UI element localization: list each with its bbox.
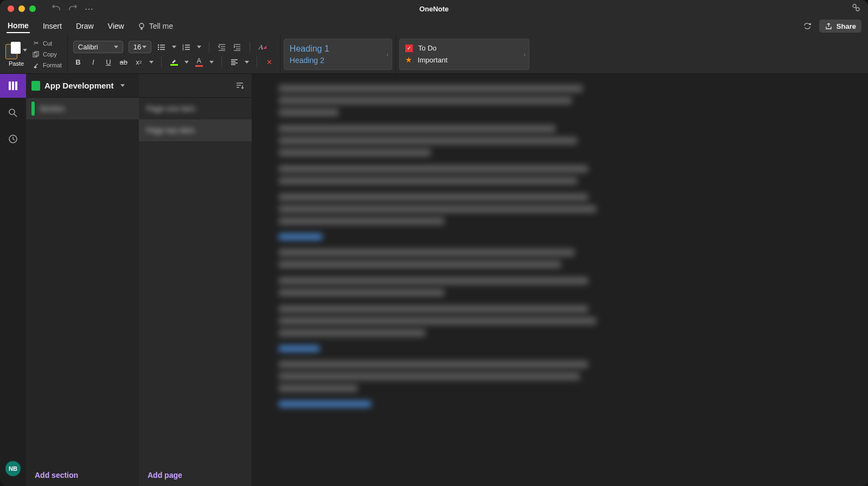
- share-button[interactable]: Share: [819, 20, 861, 33]
- svg-rect-14: [15, 81, 17, 90]
- font-size-select[interactable]: 16: [129, 41, 151, 53]
- link-text[interactable]: [279, 401, 371, 407]
- user-avatar[interactable]: NB: [5, 461, 21, 476]
- add-page-button[interactable]: Add page: [139, 464, 252, 486]
- titlebar: ⋯ OneNote: [0, 0, 868, 17]
- indent-button[interactable]: [232, 42, 242, 52]
- search-button[interactable]: [0, 102, 26, 124]
- close-window[interactable]: [8, 5, 14, 12]
- underline-button[interactable]: U: [104, 57, 113, 67]
- cut-button[interactable]: ✂ Cut: [31, 39, 62, 48]
- paste-button[interactable]: [5, 42, 27, 59]
- section-item[interactable]: Section: [26, 98, 139, 119]
- cut-label: Cut: [43, 40, 52, 47]
- redo-icon[interactable]: [68, 4, 77, 13]
- tag-important-label: Important: [418, 56, 448, 64]
- window-style-icon[interactable]: [852, 3, 860, 12]
- chevron-right-icon[interactable]: ›: [524, 51, 526, 57]
- font-color-button[interactable]: A: [194, 57, 204, 67]
- font-name-select[interactable]: Calibri: [73, 41, 123, 53]
- tags-gallery[interactable]: ✓ To Do ★ Important ›: [399, 39, 529, 70]
- sync-icon[interactable]: [803, 22, 812, 30]
- scissors-icon: ✂: [31, 39, 40, 48]
- strike-button[interactable]: ab: [119, 57, 129, 67]
- copy-button[interactable]: Copy: [31, 50, 62, 59]
- tab-draw[interactable]: Draw: [75, 20, 95, 33]
- section-label: Section: [39, 104, 65, 113]
- sort-button[interactable]: [233, 81, 246, 90]
- notebooks-button[interactable]: [0, 74, 26, 98]
- tab-home[interactable]: Home: [7, 19, 30, 33]
- clipboard-icon: [5, 42, 21, 59]
- checkbox-icon: ✓: [405, 45, 413, 52]
- clear-format-button[interactable]: A◢: [258, 42, 267, 52]
- svg-point-2: [139, 23, 144, 28]
- notebook-name: App Development: [44, 81, 114, 90]
- share-icon: [825, 22, 833, 30]
- numbered-list-button[interactable]: 123: [182, 42, 192, 52]
- share-label: Share: [837, 22, 856, 30]
- format-painter-button[interactable]: Format: [31, 61, 62, 70]
- svg-text:3: 3: [182, 48, 184, 51]
- star-icon: ★: [405, 55, 412, 64]
- svg-point-8: [158, 48, 159, 49]
- app-body: NB App Development Section Add section P…: [0, 74, 868, 486]
- add-section-button[interactable]: Add section: [26, 464, 139, 486]
- svg-point-15: [9, 109, 15, 115]
- notebook-icon: [31, 81, 40, 91]
- page-list: Page one item Page two item Add page: [139, 74, 252, 486]
- style-heading1[interactable]: Heading 1: [290, 44, 376, 54]
- page-item[interactable]: Page one item: [139, 98, 252, 119]
- maximize-window[interactable]: [29, 5, 36, 12]
- menubar: Home Insert Draw View Tell me Share: [0, 17, 868, 35]
- align-dropdown[interactable]: [245, 61, 249, 64]
- bold-button[interactable]: B: [73, 57, 83, 67]
- page-title: Page one item: [146, 104, 195, 113]
- styles-gallery[interactable]: Heading 1 Heading 2 ›: [284, 39, 392, 70]
- numbered-dropdown[interactable]: [197, 46, 201, 48]
- bullet-list-button[interactable]: [157, 42, 167, 52]
- chevron-right-icon[interactable]: ›: [387, 51, 388, 57]
- page-item[interactable]: Page two item: [139, 119, 252, 141]
- tags-group: ✓ To Do ★ Important ›: [396, 35, 533, 73]
- page-list-header: [139, 74, 252, 98]
- window-controls: [0, 5, 36, 12]
- svg-point-7: [158, 46, 159, 47]
- undo-icon[interactable]: [52, 4, 61, 13]
- tab-insert[interactable]: Insert: [42, 20, 63, 33]
- brush-icon: [31, 61, 40, 70]
- ribbon: Paste ✂ Cut Copy Format: [0, 35, 868, 74]
- font-color-dropdown[interactable]: [209, 61, 214, 64]
- bullet-dropdown[interactable]: [172, 46, 176, 48]
- more-icon[interactable]: ⋯: [85, 4, 93, 13]
- svg-rect-12: [9, 81, 11, 90]
- bulb-icon: [137, 22, 146, 30]
- minimize-window[interactable]: [18, 5, 25, 12]
- highlight-dropdown[interactable]: [184, 61, 189, 64]
- clipboard-group: Paste ✂ Cut Copy Format: [0, 35, 68, 73]
- recent-button[interactable]: [0, 128, 26, 150]
- highlight-button[interactable]: [169, 57, 179, 67]
- outdent-button[interactable]: [217, 42, 227, 52]
- app-title: OneNote: [419, 5, 449, 13]
- tag-important[interactable]: ★ Important: [405, 55, 514, 64]
- copy-label: Copy: [43, 51, 57, 58]
- link-text[interactable]: [279, 233, 322, 240]
- tell-me[interactable]: Tell me: [137, 22, 173, 30]
- tab-view[interactable]: View: [107, 20, 125, 33]
- tag-todo-label: To Do: [418, 44, 437, 52]
- notebook-header[interactable]: App Development: [26, 74, 139, 98]
- font-size-value: 16: [133, 43, 141, 51]
- chevron-down-icon: [120, 84, 125, 87]
- tag-todo[interactable]: ✓ To Do: [405, 44, 514, 52]
- note-canvas[interactable]: [252, 74, 868, 486]
- italic-button[interactable]: I: [88, 57, 98, 67]
- style-heading2[interactable]: Heading 2: [290, 56, 376, 65]
- align-button[interactable]: [229, 57, 239, 67]
- subscript-button[interactable]: x2: [134, 57, 144, 67]
- delete-button[interactable]: ✕: [265, 57, 275, 67]
- svg-rect-13: [12, 81, 14, 90]
- font-group: Calibri 16 123 A◢: [68, 35, 280, 73]
- link-text[interactable]: [279, 345, 320, 352]
- subscript-dropdown[interactable]: [149, 61, 154, 64]
